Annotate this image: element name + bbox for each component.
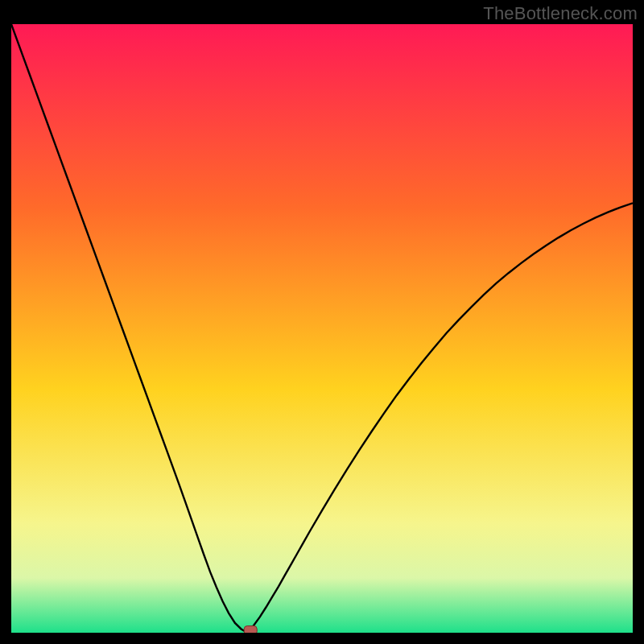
watermark-text: TheBottleneck.com bbox=[483, 3, 638, 24]
chart-plot bbox=[11, 24, 633, 633]
minimum-marker bbox=[244, 625, 257, 633]
gradient-background bbox=[11, 24, 633, 633]
chart-frame: TheBottleneck.com bbox=[0, 0, 644, 644]
chart-svg bbox=[11, 24, 633, 633]
